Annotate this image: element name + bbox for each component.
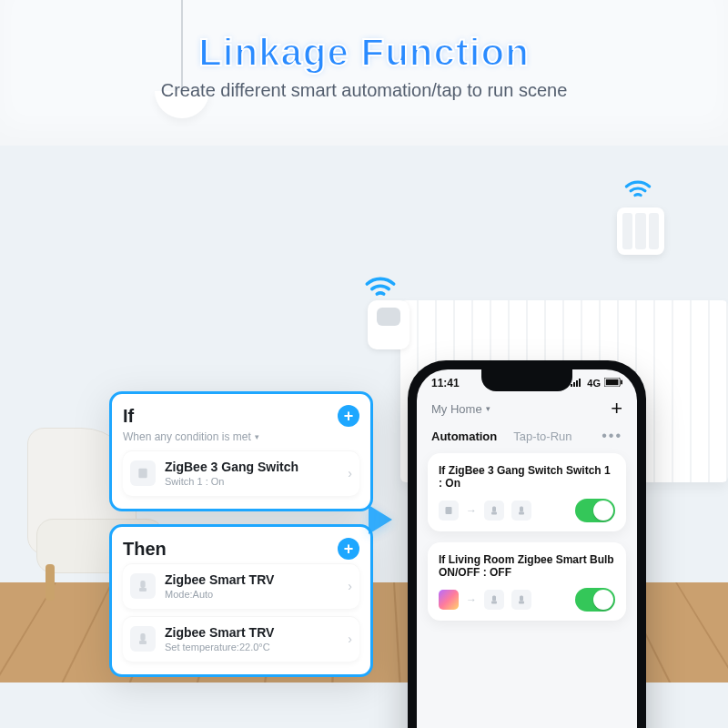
trv-icon: [484, 590, 504, 610]
device-icon: [439, 500, 459, 521]
automation-title: If Living Room Zigbee Smart Bulb ON/OFF …: [439, 553, 615, 579]
phone-mockup: 11:41 4G My Home ▾ +: [408, 360, 646, 728]
if-title: If: [123, 406, 134, 427]
trv-icon: [130, 573, 156, 599]
svg-rect-18: [491, 602, 497, 604]
app-screen: 11:41 4G My Home ▾ +: [417, 369, 637, 728]
svg-rect-13: [492, 507, 496, 512]
trv-icon: [511, 500, 531, 521]
tab-automation[interactable]: Automation: [431, 430, 497, 443]
trv-icon: [130, 626, 156, 652]
promo-scene: Linkage Function Create different smart …: [0, 0, 728, 728]
network-label: 4G: [587, 378, 601, 389]
svg-rect-7: [576, 380, 578, 387]
condition-row[interactable]: ZigBee 3 Gang Switch Switch 1 : On ›: [123, 450, 359, 496]
chevron-right-icon: ›: [348, 466, 352, 480]
callout-pointer: [369, 505, 392, 534]
svg-rect-12: [446, 507, 452, 514]
action-detail: Mode:Auto: [165, 589, 274, 600]
mode-tabs: Automation Tap-to-Run •••: [417, 424, 637, 453]
svg-rect-11: [621, 380, 622, 385]
chevron-right-icon: ›: [348, 579, 352, 593]
svg-rect-17: [492, 596, 496, 602]
more-menu-button[interactable]: •••: [602, 428, 622, 444]
svg-rect-6: [573, 382, 575, 387]
bulb-icon: [439, 590, 459, 610]
trv-icon: [511, 590, 531, 610]
arrow-icon: →: [466, 593, 477, 606]
trv-icon: [484, 500, 504, 521]
automation-card[interactable]: If ZigBee 3 Gang Switch Switch 1 : On →: [428, 453, 626, 531]
automation-toggle[interactable]: [575, 499, 615, 522]
condition-mode-selector[interactable]: When any condition is met ▾: [123, 430, 359, 443]
if-panel: If + When any condition is met ▾ ZigBee …: [109, 391, 373, 511]
hero-heading: Linkage Function Create different smart …: [0, 31, 728, 101]
status-time: 11:41: [431, 377, 460, 389]
condition-detail: Switch 1 : On: [165, 476, 298, 487]
condition-mode-label: When any condition is met: [123, 430, 251, 443]
svg-rect-3: [140, 633, 145, 641]
thermostat-valve: [368, 300, 410, 349]
signal-icon: [571, 378, 583, 389]
tab-tap-to-run[interactable]: Tap-to-Run: [513, 430, 571, 443]
svg-rect-15: [520, 507, 523, 512]
svg-rect-5: [571, 384, 572, 387]
svg-rect-19: [520, 596, 523, 602]
svg-rect-2: [139, 588, 147, 592]
add-condition-button[interactable]: +: [338, 405, 359, 427]
action-detail: Set temperature:22.0°C: [165, 642, 274, 652]
wall-switch: [617, 207, 664, 255]
caret-down-icon: ▾: [255, 432, 259, 441]
svg-rect-16: [519, 512, 524, 515]
automation-toggle[interactable]: [575, 588, 615, 612]
svg-rect-0: [138, 469, 147, 479]
svg-rect-14: [491, 512, 497, 515]
action-device-name: Zigbee Smart TRV: [165, 625, 274, 640]
svg-rect-8: [579, 379, 581, 387]
automation-title: If ZigBee 3 Gang Switch Switch 1 : On: [439, 464, 615, 490]
device-icon: [130, 460, 156, 486]
caret-down-icon: ▾: [486, 404, 490, 413]
svg-rect-1: [140, 581, 145, 588]
condition-device-name: ZigBee 3 Gang Switch: [165, 460, 298, 474]
svg-rect-4: [139, 641, 147, 644]
phone-notch: [481, 369, 572, 391]
automation-flow-icons: →: [439, 590, 531, 610]
home-label: My Home: [431, 402, 482, 416]
wifi-icon: [360, 264, 400, 304]
svg-rect-10: [606, 379, 619, 385]
action-device-name: Zigbee Smart TRV: [165, 572, 274, 587]
wifi-icon: [621, 169, 655, 204]
action-row[interactable]: Zigbee Smart TRV Set temperature:22.0°C …: [123, 616, 359, 662]
arrow-icon: →: [466, 504, 477, 517]
add-automation-button[interactable]: +: [611, 397, 622, 420]
action-row[interactable]: Zigbee Smart TRV Mode:Auto ›: [123, 563, 359, 609]
home-selector[interactable]: My Home ▾: [431, 402, 490, 416]
svg-rect-20: [519, 602, 524, 604]
hero-title: Linkage Function: [0, 31, 728, 75]
automation-editor-callout: If + When any condition is met ▾ ZigBee …: [109, 391, 373, 690]
then-panel: Then + Zigbee Smart TRV Mode:Auto › Zigb…: [109, 524, 373, 677]
automation-flow-icons: →: [439, 500, 531, 521]
then-title: Then: [123, 539, 167, 560]
add-action-button[interactable]: +: [338, 538, 359, 560]
automation-card[interactable]: If Living Room Zigbee Smart Bulb ON/OFF …: [428, 542, 626, 621]
battery-icon: [604, 378, 622, 389]
chevron-right-icon: ›: [348, 632, 352, 646]
hero-subtitle: Create different smart automation/tap to…: [0, 80, 728, 101]
